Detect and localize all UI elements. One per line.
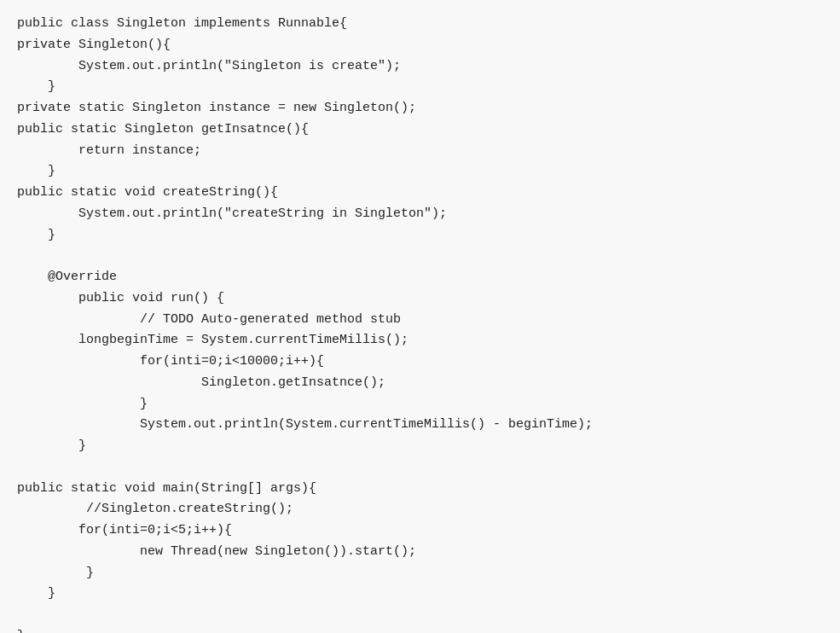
code-line: System.out.println("createString in Sing… — [17, 204, 823, 225]
code-line: @Override — [17, 267, 823, 288]
code-line: for(inti=0;i<10000;i++){ — [17, 351, 823, 373]
code-line: } — [17, 563, 823, 584]
code-line: private static Singleton instance = new … — [17, 98, 823, 119]
code-line: new Thread(new Singleton()).start(); — [17, 542, 823, 563]
code-line — [17, 457, 823, 479]
code-line — [17, 605, 823, 626]
code-line: public static void main(String[] args){ — [17, 479, 823, 500]
code-line: } — [17, 436, 823, 457]
code-line: } — [17, 584, 823, 605]
code-line: public void run() { — [17, 288, 823, 310]
code-line: for(inti=0;i<5;i++){ — [17, 520, 823, 542]
code-line: System.out.println("Singleton is create"… — [17, 56, 823, 78]
code-line: Singleton.getInsatnce(); — [17, 373, 823, 394]
code-line: longbeginTime = System.currentTimeMillis… — [17, 330, 823, 351]
code-line: public static Singleton getInsatnce(){ — [17, 119, 823, 141]
code-line: } — [17, 161, 823, 183]
code-line: public class Singleton implements Runnab… — [17, 14, 823, 35]
code-container: public class Singleton implements Runnab… — [0, 0, 840, 633]
code-line: private Singleton(){ — [17, 35, 823, 56]
code-line — [17, 246, 823, 267]
code-line: return instance; — [17, 141, 823, 162]
code-line: } — [17, 77, 823, 98]
code-line: } — [17, 626, 823, 633]
code-line: public static void createString(){ — [17, 183, 823, 204]
code-line: } — [17, 394, 823, 415]
code-line: } — [17, 225, 823, 247]
code-line: //Singleton.createString(); — [17, 499, 823, 520]
code-line: System.out.println(System.currentTimeMil… — [17, 415, 823, 436]
code-block: public class Singleton implements Runnab… — [17, 14, 823, 633]
code-line: // TODO Auto-generated method stub — [17, 310, 823, 331]
